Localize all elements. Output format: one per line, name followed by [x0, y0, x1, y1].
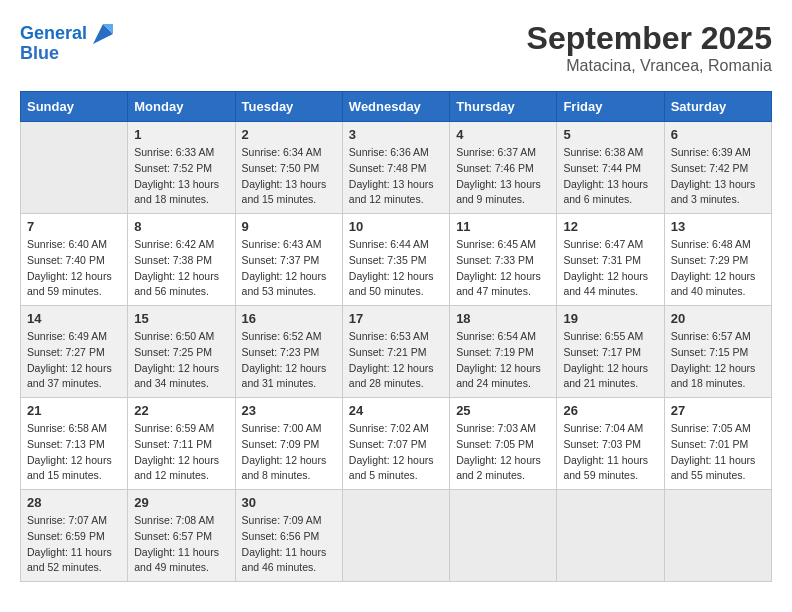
calendar-table: SundayMondayTuesdayWednesdayThursdayFrid…: [20, 91, 772, 582]
calendar-day-cell: 5Sunrise: 6:38 AMSunset: 7:44 PMDaylight…: [557, 122, 664, 214]
day-number: 6: [671, 127, 765, 142]
day-number: 2: [242, 127, 336, 142]
day-number: 9: [242, 219, 336, 234]
day-info: Sunrise: 7:02 AMSunset: 7:07 PMDaylight:…: [349, 421, 443, 484]
calendar-day-cell: 19Sunrise: 6:55 AMSunset: 7:17 PMDayligh…: [557, 306, 664, 398]
calendar-week-row: 7Sunrise: 6:40 AMSunset: 7:40 PMDaylight…: [21, 214, 772, 306]
day-number: 16: [242, 311, 336, 326]
day-info: Sunrise: 7:04 AMSunset: 7:03 PMDaylight:…: [563, 421, 657, 484]
page-title: September 2025: [527, 20, 772, 57]
calendar-day-cell: 14Sunrise: 6:49 AMSunset: 7:27 PMDayligh…: [21, 306, 128, 398]
day-number: 7: [27, 219, 121, 234]
calendar-day-cell: 6Sunrise: 6:39 AMSunset: 7:42 PMDaylight…: [664, 122, 771, 214]
day-info: Sunrise: 7:00 AMSunset: 7:09 PMDaylight:…: [242, 421, 336, 484]
day-number: 20: [671, 311, 765, 326]
day-number: 5: [563, 127, 657, 142]
day-number: 17: [349, 311, 443, 326]
day-number: 4: [456, 127, 550, 142]
weekday-header: Tuesday: [235, 92, 342, 122]
weekday-header: Wednesday: [342, 92, 449, 122]
day-number: 8: [134, 219, 228, 234]
calendar-day-cell: 7Sunrise: 6:40 AMSunset: 7:40 PMDaylight…: [21, 214, 128, 306]
day-number: 19: [563, 311, 657, 326]
day-number: 25: [456, 403, 550, 418]
calendar-day-cell: 21Sunrise: 6:58 AMSunset: 7:13 PMDayligh…: [21, 398, 128, 490]
calendar-week-row: 28Sunrise: 7:07 AMSunset: 6:59 PMDayligh…: [21, 490, 772, 582]
calendar-week-row: 14Sunrise: 6:49 AMSunset: 7:27 PMDayligh…: [21, 306, 772, 398]
calendar-day-cell: 30Sunrise: 7:09 AMSunset: 6:56 PMDayligh…: [235, 490, 342, 582]
day-number: 12: [563, 219, 657, 234]
weekday-header: Friday: [557, 92, 664, 122]
day-number: 30: [242, 495, 336, 510]
calendar-day-cell: 1Sunrise: 6:33 AMSunset: 7:52 PMDaylight…: [128, 122, 235, 214]
day-info: Sunrise: 6:37 AMSunset: 7:46 PMDaylight:…: [456, 145, 550, 208]
calendar-day-cell: [450, 490, 557, 582]
day-info: Sunrise: 7:05 AMSunset: 7:01 PMDaylight:…: [671, 421, 765, 484]
weekday-header: Sunday: [21, 92, 128, 122]
day-info: Sunrise: 6:50 AMSunset: 7:25 PMDaylight:…: [134, 329, 228, 392]
day-info: Sunrise: 6:49 AMSunset: 7:27 PMDaylight:…: [27, 329, 121, 392]
calendar-day-cell: 16Sunrise: 6:52 AMSunset: 7:23 PMDayligh…: [235, 306, 342, 398]
calendar-day-cell: 15Sunrise: 6:50 AMSunset: 7:25 PMDayligh…: [128, 306, 235, 398]
calendar-day-cell: 13Sunrise: 6:48 AMSunset: 7:29 PMDayligh…: [664, 214, 771, 306]
day-info: Sunrise: 7:08 AMSunset: 6:57 PMDaylight:…: [134, 513, 228, 576]
day-info: Sunrise: 6:55 AMSunset: 7:17 PMDaylight:…: [563, 329, 657, 392]
calendar-day-cell: 29Sunrise: 7:08 AMSunset: 6:57 PMDayligh…: [128, 490, 235, 582]
day-number: 29: [134, 495, 228, 510]
day-info: Sunrise: 6:42 AMSunset: 7:38 PMDaylight:…: [134, 237, 228, 300]
day-info: Sunrise: 6:36 AMSunset: 7:48 PMDaylight:…: [349, 145, 443, 208]
day-info: Sunrise: 6:44 AMSunset: 7:35 PMDaylight:…: [349, 237, 443, 300]
day-info: Sunrise: 6:59 AMSunset: 7:11 PMDaylight:…: [134, 421, 228, 484]
day-info: Sunrise: 6:54 AMSunset: 7:19 PMDaylight:…: [456, 329, 550, 392]
logo-text: General: [20, 24, 87, 44]
logo-text2: Blue: [20, 44, 59, 64]
day-info: Sunrise: 6:43 AMSunset: 7:37 PMDaylight:…: [242, 237, 336, 300]
title-block: September 2025 Matacina, Vrancea, Romani…: [527, 20, 772, 75]
day-number: 3: [349, 127, 443, 142]
calendar-day-cell: 27Sunrise: 7:05 AMSunset: 7:01 PMDayligh…: [664, 398, 771, 490]
calendar-day-cell: 20Sunrise: 6:57 AMSunset: 7:15 PMDayligh…: [664, 306, 771, 398]
day-info: Sunrise: 6:39 AMSunset: 7:42 PMDaylight:…: [671, 145, 765, 208]
calendar-day-cell: [342, 490, 449, 582]
calendar-day-cell: [664, 490, 771, 582]
calendar-day-cell: 26Sunrise: 7:04 AMSunset: 7:03 PMDayligh…: [557, 398, 664, 490]
calendar-day-cell: 25Sunrise: 7:03 AMSunset: 7:05 PMDayligh…: [450, 398, 557, 490]
weekday-header: Thursday: [450, 92, 557, 122]
day-number: 27: [671, 403, 765, 418]
day-number: 23: [242, 403, 336, 418]
day-number: 14: [27, 311, 121, 326]
day-number: 1: [134, 127, 228, 142]
calendar-day-cell: [21, 122, 128, 214]
day-number: 28: [27, 495, 121, 510]
day-info: Sunrise: 6:45 AMSunset: 7:33 PMDaylight:…: [456, 237, 550, 300]
calendar-day-cell: 12Sunrise: 6:47 AMSunset: 7:31 PMDayligh…: [557, 214, 664, 306]
calendar-day-cell: 17Sunrise: 6:53 AMSunset: 7:21 PMDayligh…: [342, 306, 449, 398]
day-info: Sunrise: 6:34 AMSunset: 7:50 PMDaylight:…: [242, 145, 336, 208]
calendar-day-cell: 2Sunrise: 6:34 AMSunset: 7:50 PMDaylight…: [235, 122, 342, 214]
logo: General Blue: [20, 20, 117, 64]
calendar-day-cell: 9Sunrise: 6:43 AMSunset: 7:37 PMDaylight…: [235, 214, 342, 306]
day-number: 15: [134, 311, 228, 326]
day-number: 26: [563, 403, 657, 418]
calendar-day-cell: [557, 490, 664, 582]
day-info: Sunrise: 7:07 AMSunset: 6:59 PMDaylight:…: [27, 513, 121, 576]
day-info: Sunrise: 6:58 AMSunset: 7:13 PMDaylight:…: [27, 421, 121, 484]
day-number: 11: [456, 219, 550, 234]
calendar-day-cell: 11Sunrise: 6:45 AMSunset: 7:33 PMDayligh…: [450, 214, 557, 306]
calendar-day-cell: 18Sunrise: 6:54 AMSunset: 7:19 PMDayligh…: [450, 306, 557, 398]
calendar-day-cell: 10Sunrise: 6:44 AMSunset: 7:35 PMDayligh…: [342, 214, 449, 306]
weekday-header: Monday: [128, 92, 235, 122]
day-info: Sunrise: 6:47 AMSunset: 7:31 PMDaylight:…: [563, 237, 657, 300]
day-number: 13: [671, 219, 765, 234]
calendar-day-cell: 3Sunrise: 6:36 AMSunset: 7:48 PMDaylight…: [342, 122, 449, 214]
calendar-day-cell: 23Sunrise: 7:00 AMSunset: 7:09 PMDayligh…: [235, 398, 342, 490]
day-info: Sunrise: 6:48 AMSunset: 7:29 PMDaylight:…: [671, 237, 765, 300]
day-info: Sunrise: 6:53 AMSunset: 7:21 PMDaylight:…: [349, 329, 443, 392]
day-info: Sunrise: 7:09 AMSunset: 6:56 PMDaylight:…: [242, 513, 336, 576]
calendar-day-cell: 8Sunrise: 6:42 AMSunset: 7:38 PMDaylight…: [128, 214, 235, 306]
day-number: 18: [456, 311, 550, 326]
calendar-week-row: 1Sunrise: 6:33 AMSunset: 7:52 PMDaylight…: [21, 122, 772, 214]
calendar-day-cell: 4Sunrise: 6:37 AMSunset: 7:46 PMDaylight…: [450, 122, 557, 214]
calendar-day-cell: 24Sunrise: 7:02 AMSunset: 7:07 PMDayligh…: [342, 398, 449, 490]
calendar-week-row: 21Sunrise: 6:58 AMSunset: 7:13 PMDayligh…: [21, 398, 772, 490]
